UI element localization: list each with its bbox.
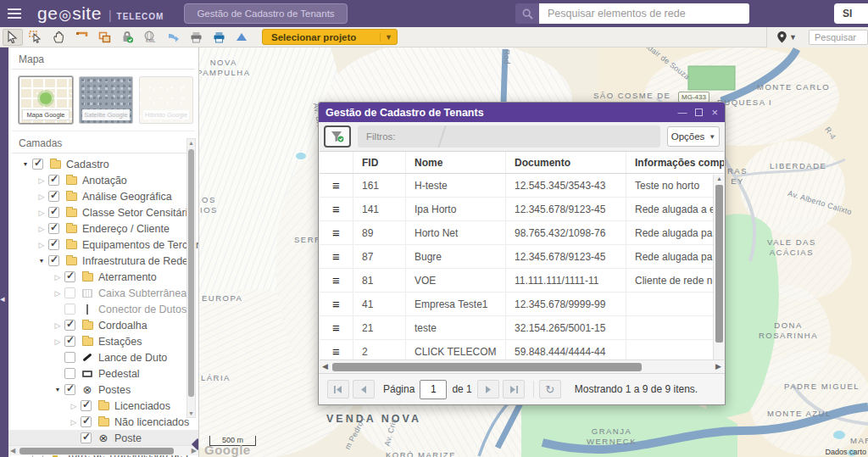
layer-label[interactable]: Estações <box>98 336 142 348</box>
prev-page-button[interactable] <box>353 380 375 398</box>
tree-expander-icon[interactable]: ▼ <box>35 258 48 264</box>
filters-bar[interactable]: Filtros: <box>358 125 660 148</box>
scroll-up-icon[interactable]: ▲ <box>187 140 195 146</box>
measure-tool-button[interactable] <box>71 29 92 46</box>
basemap-mapa-google[interactable]: Mapa Google <box>19 76 73 124</box>
maximize-icon[interactable] <box>695 109 703 116</box>
user-menu-button[interactable]: SI <box>834 3 868 24</box>
search-button[interactable] <box>515 3 539 24</box>
table-row[interactable]: ≡2CLICK TELECOM59.848.444/4444-44 <box>320 340 724 359</box>
collapse-up-button[interactable] <box>231 29 252 46</box>
open-module-tab[interactable]: Gestão de Cadastro de Tenants <box>184 3 347 24</box>
layer-label[interactable]: Infraestrutura de Rede <box>82 255 188 267</box>
tree-expander-icon[interactable]: ▼ <box>51 387 64 393</box>
hamburger-menu-button[interactable] <box>0 0 29 27</box>
layer-checkbox[interactable] <box>32 159 43 170</box>
table-row[interactable]: ≡81VOE11.111.111/1111-11Cliente de rede … <box>320 269 724 293</box>
layer-checkbox[interactable] <box>81 416 92 427</box>
pan-hand-tool-button[interactable] <box>48 29 69 46</box>
kml-export-button[interactable]: KML <box>140 29 160 46</box>
layer-checkbox[interactable] <box>48 255 59 266</box>
col-nome[interactable]: Nome <box>406 152 506 173</box>
filter-button[interactable] <box>324 125 351 148</box>
layer-checkbox[interactable] <box>48 223 59 234</box>
layer-label[interactable]: Caixa Subterrânea <box>98 287 186 299</box>
row-menu-icon[interactable]: ≡ <box>332 298 340 310</box>
row-menu-icon[interactable]: ≡ <box>332 226 340 239</box>
location-dropdown[interactable]: ▼ <box>772 31 802 43</box>
tree-expander-icon[interactable]: ▷ <box>67 418 81 426</box>
tree-expander-icon[interactable]: ▷ <box>51 273 64 281</box>
panel-collapse-icon[interactable]: ◂ <box>0 293 5 304</box>
row-menu-icon[interactable]: ≡ <box>332 250 340 263</box>
first-page-button[interactable] <box>327 380 349 398</box>
lock-check-button[interactable] <box>117 29 137 46</box>
layer-tree-item[interactable]: Lance de Duto <box>8 349 198 365</box>
tree-expander-icon[interactable]: ▷ <box>67 402 81 410</box>
table-row[interactable]: ≡89Horto Net98.765.432/1098-76Rede aluga… <box>320 221 724 245</box>
tree-horizontal-scrollbar[interactable]: ◀ ▶ <box>8 445 198 455</box>
table-horizontal-scrollbar[interactable]: ◀ ▶ <box>320 359 724 373</box>
col-informacoes[interactable]: Informações complementares <box>626 152 724 173</box>
table-row[interactable]: ≡21teste32.154.265/5001-15 <box>320 316 724 340</box>
layer-label[interactable]: Classe Setor Censitário <box>82 207 193 219</box>
tree-expander-icon[interactable]: ▷ <box>35 176 48 185</box>
scrollbar-thumb[interactable] <box>332 363 642 371</box>
basemap-satelite-google[interactable]: Satelite Google <box>79 76 133 124</box>
layer-tree-item[interactable]: ▼Infraestrutura de Rede <box>8 253 198 269</box>
select-project-dropdown[interactable]: Selecionar projeto ▼ <box>262 29 398 45</box>
layer-label[interactable]: Licenciados <box>114 400 170 412</box>
layer-tree-item[interactable]: ▷Estações <box>8 333 198 349</box>
layer-checkbox[interactable] <box>64 304 75 315</box>
layer-tree-item[interactable]: ⊗Poste <box>8 430 198 446</box>
tree-expander-icon[interactable]: ▷ <box>35 209 48 217</box>
layer-label[interactable]: Aterramento <box>98 271 157 283</box>
scroll-down-icon[interactable]: ▼ <box>187 410 195 416</box>
layer-tree-item[interactable]: ▷Licenciados <box>8 398 198 414</box>
layer-label[interactable]: Poste <box>114 432 142 444</box>
layer-label[interactable]: Anotação <box>82 175 127 187</box>
layer-checkbox[interactable] <box>48 191 59 202</box>
table-row[interactable]: ≡87Bugre12.345.678/9123-45Rede alugada p… <box>320 245 724 269</box>
map-search-input[interactable] <box>809 30 868 45</box>
layer-checkbox[interactable] <box>64 271 75 282</box>
layer-label[interactable]: Análise Geográfica <box>82 191 172 203</box>
modal-titlebar[interactable]: Gestão de Cadastro de Tenants — × <box>319 103 725 122</box>
tree-expander-icon[interactable]: ▷ <box>35 241 48 249</box>
layer-tree-item[interactable]: ▷Caixa Subterrânea <box>8 285 198 301</box>
row-menu-icon[interactable]: ≡ <box>332 179 340 192</box>
share-arrow-button[interactable] <box>163 29 183 46</box>
layer-checkbox[interactable] <box>64 368 75 379</box>
table-row[interactable]: ≡161H-teste12.545.345/3543-43Teste no ho… <box>320 174 724 198</box>
layer-checkbox[interactable] <box>64 320 75 331</box>
layer-label[interactable]: Cadastro <box>66 159 109 170</box>
page-number-input[interactable] <box>420 380 447 399</box>
layer-checkbox[interactable] <box>64 384 75 395</box>
tree-expander-icon[interactable]: ▷ <box>51 337 64 346</box>
layer-tree-item[interactable]: ▷Equipamentos de Terceiros <box>8 237 198 253</box>
print-color-button[interactable] <box>209 29 229 46</box>
scroll-right-icon[interactable]: ▶ <box>715 362 721 371</box>
layer-checkbox[interactable] <box>48 175 59 186</box>
layer-label[interactable]: Endereço / Cliente <box>82 223 170 235</box>
layer-tree-item[interactable]: ▷Não licenciados <box>8 414 198 430</box>
tree-expander-icon[interactable]: ▼ <box>19 161 32 167</box>
row-menu-icon[interactable]: ≡ <box>332 203 340 215</box>
tree-expander-icon[interactable]: ▷ <box>35 192 48 201</box>
layer-tree-item[interactable]: ▷Endereço / Cliente <box>8 220 198 237</box>
table-row[interactable]: ≡41Empresa Teste112.345.678/9999-99 <box>320 293 724 316</box>
tree-vertical-scrollbar[interactable]: ▲ ▼ <box>186 138 196 418</box>
network-search-input[interactable] <box>539 3 749 24</box>
layer-tree-item[interactable]: ▷Anotação <box>8 172 198 188</box>
last-page-button[interactable] <box>503 380 525 398</box>
select-box-tool-button[interactable] <box>25 29 46 46</box>
layer-label[interactable]: Conector de Dutos <box>98 304 186 315</box>
refresh-button[interactable]: ↻ <box>539 380 561 398</box>
layer-checkbox[interactable] <box>64 336 75 347</box>
scroll-left-icon[interactable]: ◀ <box>10 447 15 454</box>
layer-tree-item[interactable]: ▷Cordoalha <box>8 317 198 333</box>
layer-checkbox[interactable] <box>64 352 75 363</box>
row-menu-icon[interactable]: ≡ <box>332 274 340 287</box>
copy-area-tool-button[interactable] <box>94 29 114 46</box>
print-button[interactable] <box>186 29 206 46</box>
